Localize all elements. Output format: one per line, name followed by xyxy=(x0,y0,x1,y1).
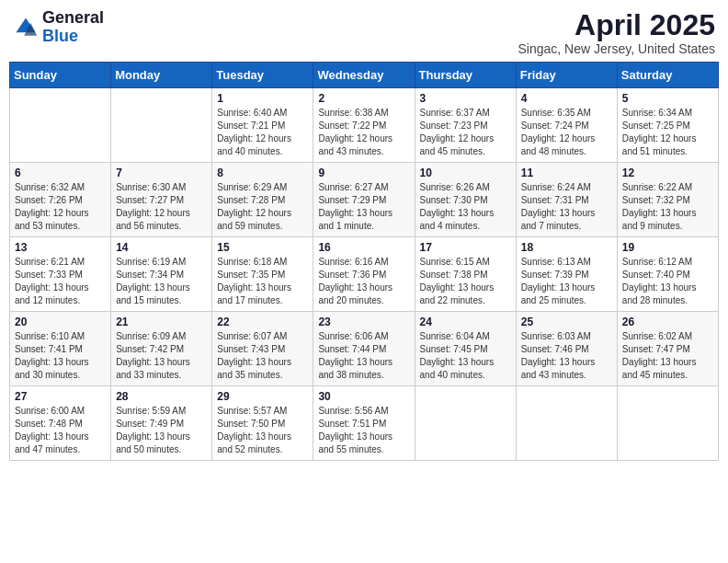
sunrise-text: Sunrise: 6:34 AM xyxy=(622,108,692,118)
calendar-table: SundayMondayTuesdayWednesdayThursdayFrid… xyxy=(9,62,719,461)
daylight-text: Daylight: 13 hours and 25 minutes. xyxy=(521,282,596,305)
day-number: 9 xyxy=(318,167,409,179)
daylight-text: Daylight: 13 hours and 17 minutes. xyxy=(217,282,291,305)
sunset-text: Sunset: 7:24 PM xyxy=(521,121,589,131)
sunrise-text: Sunrise: 6:19 AM xyxy=(116,257,186,267)
calendar-cell: 17 Sunrise: 6:15 AM Sunset: 7:38 PM Dayl… xyxy=(415,237,516,312)
logo-icon xyxy=(13,15,39,40)
day-info: Sunrise: 6:30 AM Sunset: 7:27 PM Dayligh… xyxy=(116,181,207,233)
daylight-text: Daylight: 12 hours and 45 minutes. xyxy=(420,133,495,156)
day-number: 14 xyxy=(116,241,207,254)
weekday-header-saturday: Saturday xyxy=(617,63,718,88)
sunrise-text: Sunrise: 6:32 AM xyxy=(15,182,85,192)
sunrise-text: Sunrise: 6:18 AM xyxy=(217,257,287,267)
day-info: Sunrise: 6:13 AM Sunset: 7:39 PM Dayligh… xyxy=(521,256,612,307)
sunset-text: Sunset: 7:42 PM xyxy=(116,344,184,354)
day-number: 15 xyxy=(217,241,308,254)
sunrise-text: Sunrise: 6:29 AM xyxy=(217,182,287,192)
calendar-cell: 22 Sunrise: 6:07 AM Sunset: 7:43 PM Dayl… xyxy=(212,312,313,386)
day-info: Sunrise: 6:12 AM Sunset: 7:40 PM Dayligh… xyxy=(622,256,713,307)
day-info: Sunrise: 6:00 AM Sunset: 7:48 PM Dayligh… xyxy=(15,405,106,456)
sunset-text: Sunset: 7:28 PM xyxy=(217,195,285,205)
daylight-text: Daylight: 13 hours and 7 minutes. xyxy=(521,208,596,231)
sunrise-text: Sunrise: 6:09 AM xyxy=(116,331,186,341)
day-number: 22 xyxy=(217,316,308,328)
day-number: 5 xyxy=(622,92,713,105)
calendar-cell: 10 Sunrise: 6:26 AM Sunset: 7:30 PM Dayl… xyxy=(415,163,516,237)
calendar-cell: 24 Sunrise: 6:04 AM Sunset: 7:45 PM Dayl… xyxy=(415,312,516,386)
sunset-text: Sunset: 7:21 PM xyxy=(217,121,285,131)
calendar-cell: 16 Sunrise: 6:16 AM Sunset: 7:36 PM Dayl… xyxy=(313,237,415,312)
day-number: 8 xyxy=(217,167,308,179)
calendar-cell: 21 Sunrise: 6:09 AM Sunset: 7:42 PM Dayl… xyxy=(111,312,212,386)
day-info: Sunrise: 6:38 AM Sunset: 7:22 PM Dayligh… xyxy=(318,107,409,158)
sunset-text: Sunset: 7:25 PM xyxy=(622,121,690,131)
day-number: 17 xyxy=(420,241,511,254)
calendar-cell: 25 Sunrise: 6:03 AM Sunset: 7:46 PM Dayl… xyxy=(516,312,617,386)
sunrise-text: Sunrise: 6:21 AM xyxy=(15,257,85,267)
day-number: 4 xyxy=(521,92,612,105)
sunrise-text: Sunrise: 6:15 AM xyxy=(420,257,490,267)
daylight-text: Daylight: 13 hours and 50 minutes. xyxy=(116,431,190,454)
daylight-text: Daylight: 12 hours and 59 minutes. xyxy=(217,208,291,231)
daylight-text: Daylight: 13 hours and 4 minutes. xyxy=(420,208,495,231)
daylight-text: Daylight: 12 hours and 53 minutes. xyxy=(15,208,89,231)
sunrise-text: Sunrise: 6:37 AM xyxy=(420,108,490,118)
day-info: Sunrise: 6:26 AM Sunset: 7:30 PM Dayligh… xyxy=(420,181,511,233)
calendar-cell xyxy=(111,88,212,163)
sunrise-text: Sunrise: 6:30 AM xyxy=(116,182,186,192)
logo-text: General Blue xyxy=(42,9,104,46)
day-info: Sunrise: 6:19 AM Sunset: 7:34 PM Dayligh… xyxy=(116,256,207,307)
day-number: 19 xyxy=(622,241,713,254)
sunrise-text: Sunrise: 6:12 AM xyxy=(622,257,692,267)
calendar-cell: 15 Sunrise: 6:18 AM Sunset: 7:35 PM Dayl… xyxy=(212,237,313,312)
day-info: Sunrise: 6:15 AM Sunset: 7:38 PM Dayligh… xyxy=(420,256,511,307)
day-number: 10 xyxy=(420,167,511,179)
day-info: Sunrise: 6:22 AM Sunset: 7:32 PM Dayligh… xyxy=(622,181,713,233)
day-info: Sunrise: 5:59 AM Sunset: 7:49 PM Dayligh… xyxy=(116,405,207,456)
calendar-cell: 27 Sunrise: 6:00 AM Sunset: 7:48 PM Dayl… xyxy=(10,386,111,461)
calendar-cell xyxy=(617,386,718,461)
title-block: April 2025 Singac, New Jersey, United St… xyxy=(518,9,715,56)
sunset-text: Sunset: 7:43 PM xyxy=(217,344,285,354)
day-number: 21 xyxy=(116,316,207,328)
day-info: Sunrise: 6:21 AM Sunset: 7:33 PM Dayligh… xyxy=(15,256,106,307)
sunset-text: Sunset: 7:36 PM xyxy=(318,270,386,280)
sunset-text: Sunset: 7:51 PM xyxy=(318,419,386,429)
day-info: Sunrise: 6:03 AM Sunset: 7:46 PM Dayligh… xyxy=(521,330,612,382)
daylight-text: Daylight: 13 hours and 28 minutes. xyxy=(622,282,697,305)
calendar-cell: 18 Sunrise: 6:13 AM Sunset: 7:39 PM Dayl… xyxy=(516,237,617,312)
calendar-cell: 13 Sunrise: 6:21 AM Sunset: 7:33 PM Dayl… xyxy=(10,237,111,312)
day-number: 18 xyxy=(521,241,612,254)
day-number: 16 xyxy=(318,241,409,254)
sunset-text: Sunset: 7:32 PM xyxy=(622,195,690,205)
sunset-text: Sunset: 7:31 PM xyxy=(521,195,589,205)
daylight-text: Daylight: 13 hours and 47 minutes. xyxy=(15,431,89,454)
day-number: 13 xyxy=(15,241,106,254)
sunset-text: Sunset: 7:27 PM xyxy=(116,195,184,205)
calendar-cell: 1 Sunrise: 6:40 AM Sunset: 7:21 PM Dayli… xyxy=(212,88,313,163)
day-info: Sunrise: 5:57 AM Sunset: 7:50 PM Dayligh… xyxy=(217,405,308,456)
sunrise-text: Sunrise: 6:27 AM xyxy=(318,182,388,192)
daylight-text: Daylight: 13 hours and 15 minutes. xyxy=(116,282,190,305)
sunset-text: Sunset: 7:49 PM xyxy=(116,419,184,429)
day-info: Sunrise: 6:18 AM Sunset: 7:35 PM Dayligh… xyxy=(217,256,308,307)
daylight-text: Daylight: 12 hours and 48 minutes. xyxy=(521,133,596,156)
daylight-text: Daylight: 13 hours and 40 minutes. xyxy=(420,357,495,380)
day-number: 29 xyxy=(217,390,308,403)
logo-general: General xyxy=(42,9,104,28)
day-info: Sunrise: 6:06 AM Sunset: 7:44 PM Dayligh… xyxy=(318,330,409,382)
sunrise-text: Sunrise: 5:56 AM xyxy=(318,406,388,416)
calendar-cell: 12 Sunrise: 6:22 AM Sunset: 7:32 PM Dayl… xyxy=(617,163,718,237)
daylight-text: Daylight: 13 hours and 22 minutes. xyxy=(420,282,495,305)
sunrise-text: Sunrise: 5:59 AM xyxy=(116,406,186,416)
sunrise-text: Sunrise: 5:57 AM xyxy=(217,406,287,416)
calendar-cell: 29 Sunrise: 5:57 AM Sunset: 7:50 PM Dayl… xyxy=(212,386,313,461)
sunset-text: Sunset: 7:45 PM xyxy=(420,344,488,354)
day-info: Sunrise: 6:40 AM Sunset: 7:21 PM Dayligh… xyxy=(217,107,308,158)
calendar-cell: 5 Sunrise: 6:34 AM Sunset: 7:25 PM Dayli… xyxy=(617,88,718,163)
sunrise-text: Sunrise: 6:04 AM xyxy=(420,331,490,341)
day-info: Sunrise: 6:09 AM Sunset: 7:42 PM Dayligh… xyxy=(116,330,207,382)
daylight-text: Daylight: 12 hours and 51 minutes. xyxy=(622,133,697,156)
day-number: 28 xyxy=(116,390,207,403)
